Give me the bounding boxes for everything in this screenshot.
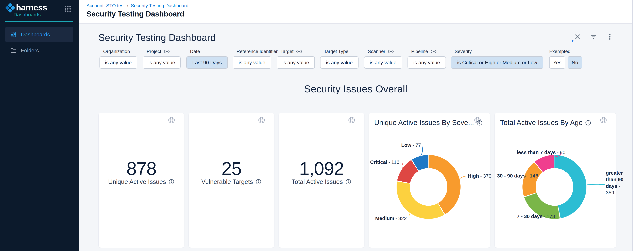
filter-chip-exempted-no[interactable]: No	[568, 56, 582, 69]
filter-chip-reference-identifier[interactable]: is any value	[233, 56, 271, 69]
link-icon	[164, 49, 170, 54]
top-header: Account: STO test › Security Testing Das…	[79, 0, 632, 23]
filter-icon[interactable]	[590, 33, 597, 40]
globe-icon[interactable]	[348, 116, 356, 124]
filter-chip-exempted-yes[interactable]: Yes	[549, 56, 566, 69]
slice-label-critical: Critical-116	[370, 159, 400, 165]
filter-label-severity: Severity	[455, 49, 472, 54]
cursor-dot	[572, 40, 574, 42]
globe-icon[interactable]	[258, 116, 266, 124]
sidebar: harness Dashboards Dashboards Folders	[0, 0, 79, 251]
slice-label-high: High-370	[468, 173, 492, 179]
breadcrumb-chevron-icon: ›	[127, 3, 128, 8]
slice-label-less-than-7-days: less than 7 days-80	[517, 150, 566, 155]
filter-chip-severity[interactable]: is Critical or High or Medium or Low	[451, 56, 543, 69]
info-icon[interactable]	[345, 179, 352, 185]
dashboard-content: Security Testing Dashboard Organization …	[79, 24, 632, 251]
filter-chip-project[interactable]: is any value	[143, 56, 180, 69]
harness-logo-icon	[6, 3, 15, 12]
folder-icon	[10, 47, 16, 54]
filter-label-organization: Organization	[103, 49, 130, 54]
metric-value: 878	[99, 158, 184, 179]
dashboard-title: Security Testing Dashboard	[98, 32, 216, 43]
app-window: harness Dashboards Dashboards Folders	[0, 0, 644, 251]
globe-icon[interactable]	[168, 116, 176, 124]
info-icon[interactable]	[585, 120, 591, 126]
link-icon	[388, 49, 394, 54]
tile-total-active-issues: 1,092 Total Active Issues	[278, 113, 364, 248]
metric-label: Vulnerable Targets	[189, 178, 274, 185]
globe-icon[interactable]	[474, 116, 482, 124]
filter-chip-target-type[interactable]: is any value	[320, 56, 358, 69]
sidebar-item-label: Dashboards	[21, 31, 50, 38]
metric-value: 25	[189, 158, 274, 179]
apps-grid-icon[interactable]	[64, 5, 72, 13]
slice-label-30-90-days: 30 - 90 days-146	[497, 173, 538, 179]
metric-value: 1,092	[279, 158, 364, 179]
info-icon[interactable]	[255, 179, 262, 185]
filter-label-exempted: Exempted	[549, 49, 570, 54]
tile-issues-by-age: Total Active Issues By Age less than 7 d…	[494, 113, 616, 248]
page-title: Security Testing Dashboard	[86, 10, 184, 18]
chart-title: Unique Active Issues By Seve...	[374, 119, 483, 127]
dashboard-actions	[574, 33, 614, 40]
filter-label-scanner: Scanner	[368, 49, 394, 54]
filter-label-project: Project	[146, 49, 170, 54]
module-divider	[5, 21, 73, 22]
metric-label: Total Active Issues	[279, 178, 364, 185]
tile-unique-active-issues: 878 Unique Active Issues	[98, 113, 184, 248]
filter-chip-pipeline[interactable]: is any value	[408, 56, 446, 69]
filter-label-target-type: Target Type	[324, 49, 348, 54]
kebab-menu-icon[interactable]	[606, 33, 614, 40]
slice-label-greater-than-90-days: greater than 90 days-359	[606, 170, 628, 196]
metric-label: Unique Active Issues	[99, 178, 184, 185]
link-icon	[431, 49, 436, 54]
filter-chip-target[interactable]: is any value	[277, 56, 315, 69]
filter-label-target: Target	[280, 49, 302, 54]
info-icon[interactable]	[168, 179, 174, 185]
slice-label-medium: Medium-322	[375, 216, 407, 221]
globe-icon[interactable]	[600, 116, 607, 124]
sidebar-item-folders[interactable]: Folders	[5, 43, 73, 58]
breadcrumb: Account: STO test › Security Testing Das…	[86, 3, 188, 8]
brand-wordmark: harness	[16, 3, 47, 12]
dashboards-icon	[10, 31, 16, 38]
severity-donut-chart[interactable]	[396, 155, 460, 219]
filter-label-pipeline: Pipeline	[411, 49, 436, 54]
tile-vulnerable-targets: 25 Vulnerable Targets	[188, 113, 274, 248]
section-title: Security Issues Overall	[79, 83, 632, 95]
tile-issues-by-severity: Unique Active Issues By Seve... Low-77 C…	[369, 113, 490, 248]
breadcrumb-page-link[interactable]: Security Testing Dashboard	[131, 3, 188, 8]
filter-chip-date[interactable]: Last 90 Days	[186, 56, 228, 69]
filter-chip-scanner[interactable]: is any value	[364, 56, 402, 69]
module-label: Dashboards	[14, 12, 41, 17]
age-donut-chart[interactable]	[522, 155, 586, 219]
chart-title: Total Active Issues By Age	[500, 119, 591, 127]
filter-chip-organization[interactable]: is any value	[100, 56, 137, 69]
sidebar-item-dashboards[interactable]: Dashboards	[5, 27, 73, 42]
right-panel-strip	[632, 0, 644, 251]
filter-label-date: Date	[190, 49, 200, 54]
slice-label-low: Low-77	[394, 142, 421, 148]
sidebar-item-label: Folders	[21, 47, 39, 54]
breadcrumb-account-link[interactable]: Account: STO test	[86, 3, 125, 8]
link-icon	[296, 49, 302, 54]
slice-label-7-30-days: 7 - 30 days-173	[517, 214, 555, 219]
close-icon[interactable]	[574, 33, 581, 40]
filter-label-reference-identifier: Reference Identifier	[236, 49, 278, 54]
